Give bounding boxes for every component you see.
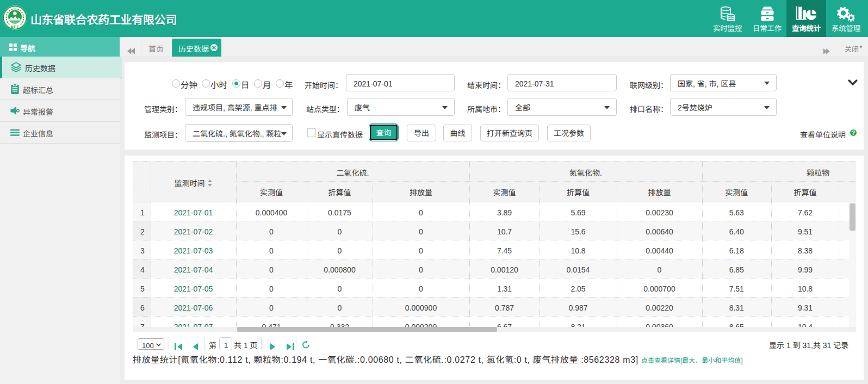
svg-text:MEE: MEE — [10, 25, 19, 29]
